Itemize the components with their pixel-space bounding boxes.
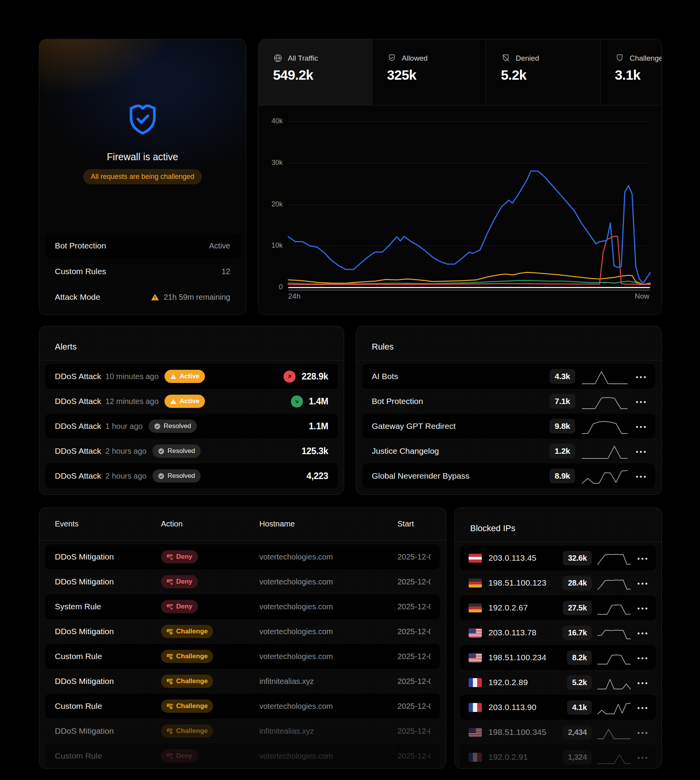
- action-badge-challenge: Challenge: [161, 625, 213, 638]
- country-flag-fr-icon: [469, 753, 482, 762]
- stat-tab-challenged[interactable]: Challenged3.1k: [600, 39, 662, 105]
- check-circle-icon: [154, 423, 161, 430]
- sparkline-chart: [597, 550, 631, 566]
- row-menu-button[interactable]: [636, 448, 646, 455]
- event-row[interactable]: Custom RuleChallengevotertechologies.com…: [46, 644, 440, 669]
- blocked-ip-row[interactable]: 203.0.113.7816.7k: [460, 620, 656, 645]
- blocked-count: 2,434: [563, 725, 592, 740]
- blocked-ip-row[interactable]: 198.51.100.2348.2k: [460, 645, 656, 670]
- rule-row[interactable]: Global Neverender Bypass8.9k: [362, 463, 655, 488]
- event-start-date: 2025-12-0: [397, 677, 430, 686]
- row-menu-button[interactable]: [637, 604, 648, 611]
- stat-tab-all-traffic[interactable]: All Traffic549.2k: [259, 39, 373, 105]
- x-axis-start-label: 24h: [288, 292, 301, 301]
- divider: [39, 360, 344, 360]
- alert-time: 1 hour ago: [105, 422, 143, 431]
- row-menu-button[interactable]: [636, 398, 646, 405]
- event-row[interactable]: DDoS MitigationDenyvotertechologies.com2…: [46, 544, 440, 569]
- rule-row[interactable]: Gateway GPT Redirect9.8k: [362, 414, 655, 439]
- rule-row[interactable]: Bot Protection7.1k: [362, 389, 655, 414]
- sparkline-chart: [581, 392, 628, 410]
- firewall-setting-row[interactable]: Attack Mode21h 59m remaining: [45, 284, 240, 310]
- setting-label: Bot Protection: [55, 241, 106, 250]
- row-menu-button[interactable]: [637, 629, 648, 636]
- alert-row[interactable]: DDoS Attack12 minutes agoActive1.4M: [46, 389, 338, 414]
- blocked-count: 28.4k: [563, 576, 592, 590]
- action-badge-deny: Deny: [161, 749, 198, 763]
- blocked-ip-row[interactable]: 203.0.113.4532.6k: [460, 546, 656, 570]
- blocked-ip-row[interactable]: 198.51.100.3452,434: [460, 720, 656, 745]
- country-flag-de-icon: [469, 579, 482, 588]
- event-row[interactable]: DDoS MitigationChallengeinfitnitealias.x…: [46, 669, 440, 694]
- globe-icon: [273, 53, 283, 63]
- shield-check-icon: [124, 101, 161, 138]
- rule-hit-count: 9.8k: [550, 419, 575, 434]
- firewall-challenge-icon: [166, 653, 173, 660]
- firewall-setting-row[interactable]: Custom Rules12: [45, 259, 240, 284]
- event-row[interactable]: Custom RuleDenyvotertechologies.com2025-…: [46, 743, 440, 768]
- rule-row[interactable]: AI Bots4.3k: [362, 364, 655, 389]
- event-name: DDoS Mitigation: [55, 726, 161, 736]
- event-row[interactable]: System RuleDenyvotertechologies.com2025-…: [46, 594, 440, 619]
- country-flag-fr-icon: [469, 678, 482, 687]
- event-row[interactable]: DDoS MitigationChallengeinfitnitealias.x…: [46, 719, 440, 743]
- row-menu-button[interactable]: [637, 754, 648, 761]
- blocked-ip-address: 198.51.100.123: [488, 578, 546, 588]
- event-row[interactable]: DDoS MitigationChallengevotertechologies…: [46, 619, 440, 644]
- event-hostname: votertechologies.com: [259, 553, 397, 561]
- firewall-setting-row[interactable]: Bot ProtectionActive: [45, 233, 240, 259]
- event-start-date: 2025-12-0: [397, 652, 430, 661]
- blocked-ip-row[interactable]: 203.0.113.904.1k: [460, 695, 656, 720]
- row-menu-button[interactable]: [636, 373, 646, 380]
- status-badge-resolved: Resolved: [152, 469, 201, 483]
- event-row[interactable]: DDoS MitigationDenyvotertechologies.com2…: [46, 569, 440, 594]
- hostname-column-header: Hostname: [259, 519, 397, 528]
- status-badge-resolved: Resolved: [152, 444, 201, 458]
- alert-row[interactable]: DDoS Attack1 hour agoResolved1.1M: [46, 414, 338, 439]
- event-name: Custom Rule: [55, 751, 161, 761]
- rule-row[interactable]: Justice Changelog1.2k: [362, 439, 655, 463]
- event-row[interactable]: Custom RuleChallengevotertechologies.com…: [46, 694, 440, 719]
- stat-tab-denied[interactable]: Denied5.2k: [486, 39, 600, 105]
- event-hostname: votertechologies.com: [259, 577, 397, 586]
- row-menu-button[interactable]: [637, 729, 648, 736]
- stat-tab-allowed[interactable]: Allowed325k: [373, 39, 486, 105]
- trend-down-icon: [291, 395, 303, 407]
- blocked-ip-row[interactable]: 192.0.2.911,324: [460, 745, 656, 769]
- event-hostname: votertechologies.com: [259, 752, 397, 761]
- event-start-date: 2025-12-0: [397, 602, 430, 611]
- sparkline-chart: [581, 417, 628, 435]
- alert-row[interactable]: DDoS Attack2 hours agoResolved125.3k: [46, 439, 338, 463]
- events-table-header: Events Action Hostname Start: [39, 508, 446, 540]
- row-menu-button[interactable]: [637, 704, 648, 711]
- event-name: Custom Rule: [55, 652, 161, 661]
- event-hostname: votertechologies.com: [259, 602, 397, 611]
- alert-name: DDoS Attack: [55, 397, 101, 406]
- stat-tab-value: 325k: [387, 67, 486, 83]
- alert-row[interactable]: DDoS Attack10 minutes agoActive228.9k: [46, 364, 338, 389]
- blocked-ip-row[interactable]: 192.0.2.895.2k: [460, 670, 656, 695]
- rule-hit-count: 7.1k: [550, 394, 575, 409]
- row-menu-button[interactable]: [637, 654, 648, 661]
- rule-hit-count: 4.3k: [550, 369, 575, 384]
- sparkline-chart: [581, 467, 628, 485]
- alert-row[interactable]: DDoS Attack2 hours agoResolved4,223: [46, 463, 338, 488]
- row-menu-button[interactable]: [636, 423, 646, 430]
- row-menu-button[interactable]: [636, 472, 646, 479]
- sparkline-chart: [597, 749, 631, 765]
- event-start-date: 2025-12-0: [397, 752, 430, 761]
- status-badge-resolved: Resolved: [149, 420, 197, 433]
- blocked-ip-row[interactable]: 192.0.2.6727.5k: [460, 595, 656, 620]
- firewall-challenge-icon: [166, 628, 173, 635]
- start-column-header: Start: [397, 519, 430, 528]
- alert-request-count: 1.1M: [309, 421, 328, 432]
- rule-name: Gateway GPT Redirect: [372, 421, 456, 431]
- row-menu-button[interactable]: [637, 579, 648, 586]
- blocked-ip-row[interactable]: 198.51.100.12328.4k: [460, 570, 656, 595]
- chart-series-blue-line: [288, 171, 650, 283]
- stat-tab-value: 3.1k: [615, 67, 662, 83]
- row-menu-button[interactable]: [637, 679, 648, 686]
- action-badge-deny: Deny: [161, 550, 198, 563]
- row-menu-button[interactable]: [637, 554, 648, 561]
- y-axis-tick: 0: [259, 283, 283, 291]
